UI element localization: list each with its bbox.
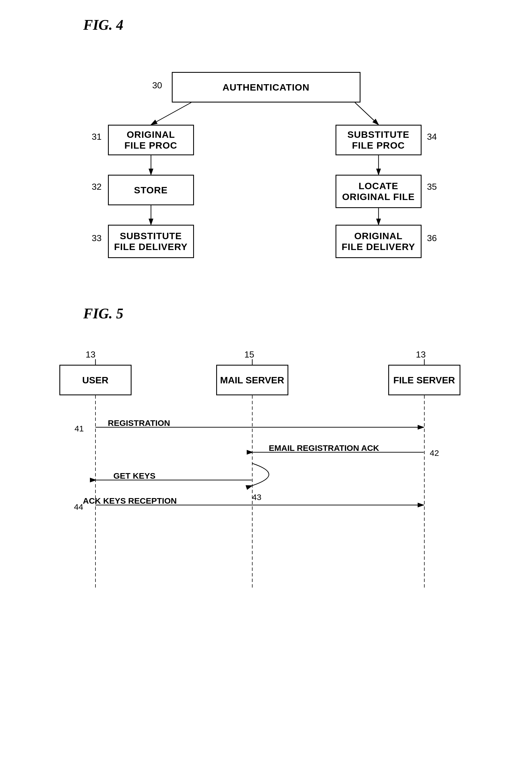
ack-keys-label: ACK KEYS RECEPTION bbox=[83, 496, 177, 505]
fig5-section: FIG. 5 bbox=[33, 305, 499, 589]
user-label: USER bbox=[82, 375, 108, 386]
ref-32: 32 bbox=[92, 182, 102, 192]
fig4-section: FIG. 4 bbox=[33, 17, 499, 272]
orig-file-delivery-box: ORIGINALFILE DELIVERY bbox=[336, 225, 422, 258]
ref-34: 34 bbox=[427, 132, 437, 142]
orig-file-proc-box: ORIGINALFILE PROC bbox=[108, 125, 194, 155]
ref-30: 30 bbox=[152, 80, 162, 90]
mail-server-box: MAIL SERVER bbox=[216, 365, 288, 395]
ref-31: 31 bbox=[92, 132, 102, 142]
ref-13-fileserver: 13 bbox=[416, 349, 426, 360]
email-reg-ack-label: EMAIL REGISTRATION ACK bbox=[269, 443, 379, 453]
fig5-title: FIG. 5 bbox=[83, 305, 499, 322]
page: FIG. 4 bbox=[0, 0, 532, 767]
fig4-diagram: 30 AUTHENTICATION 31 ORIGINALFILE PROC 3… bbox=[86, 50, 447, 272]
ref-33: 33 bbox=[92, 233, 102, 243]
auth-label: AUTHENTICATION bbox=[223, 82, 310, 93]
file-server-box: FILE SERVER bbox=[388, 365, 460, 395]
orig-file-proc-label: ORIGINALFILE PROC bbox=[124, 129, 177, 151]
ref-41: 41 bbox=[75, 424, 84, 433]
sub-file-proc-label: SUBSTITUTEFILE PROC bbox=[347, 129, 409, 151]
fig5-diagram: 13 15 13 USER MAIL SERVER FILE SERVER RE… bbox=[58, 338, 474, 589]
ref-13-user: 13 bbox=[86, 349, 96, 360]
mail-server-label: MAIL SERVER bbox=[220, 375, 284, 386]
ref-15: 15 bbox=[244, 349, 254, 360]
registration-label: REGISTRATION bbox=[108, 418, 170, 428]
auth-box: AUTHENTICATION bbox=[172, 72, 360, 102]
sub-file-delivery-label: SUBSTITUTEFILE DELIVERY bbox=[114, 231, 188, 252]
ref-35: 35 bbox=[427, 182, 437, 192]
ref-43: 43 bbox=[252, 492, 261, 502]
svg-line-2 bbox=[355, 102, 379, 125]
ref-44: 44 bbox=[74, 502, 83, 512]
sub-file-delivery-box: SUBSTITUTEFILE DELIVERY bbox=[108, 225, 194, 258]
sub-file-proc-box: SUBSTITUTEFILE PROC bbox=[336, 125, 422, 155]
ref-36: 36 bbox=[427, 233, 437, 243]
locate-original-label: LOCATEORIGINAL FILE bbox=[342, 180, 415, 202]
user-box: USER bbox=[59, 365, 132, 395]
get-keys-label: GET KEYS bbox=[114, 471, 156, 481]
store-label: STORE bbox=[134, 185, 168, 196]
fig4-title: FIG. 4 bbox=[83, 17, 499, 33]
locate-original-box: LOCATEORIGINAL FILE bbox=[336, 175, 422, 208]
orig-file-delivery-label: ORIGINALFILE DELIVERY bbox=[342, 231, 415, 252]
file-server-label: FILE SERVER bbox=[393, 375, 455, 386]
store-box: STORE bbox=[108, 175, 194, 205]
svg-line-1 bbox=[151, 102, 191, 125]
ref-42: 42 bbox=[430, 448, 439, 458]
